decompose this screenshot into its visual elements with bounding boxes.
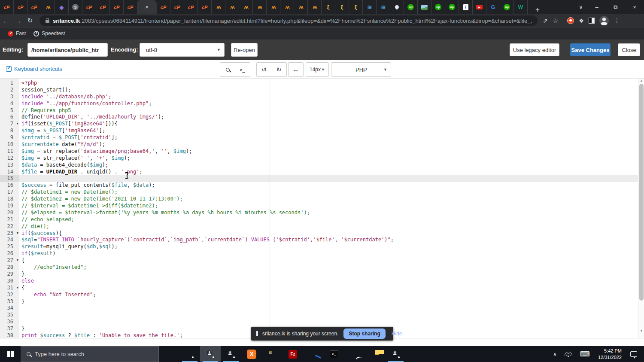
browser-tab[interactable]: ◆ bbox=[55, 0, 69, 14]
scroll-down-arrow-icon[interactable]: ▼ bbox=[638, 329, 644, 332]
code-line[interactable]: define('UPLOAD_DIR', '../media/hourly-im… bbox=[19, 114, 638, 121]
gutter-line-number[interactable]: 3 bbox=[0, 94, 19, 100]
browser-tab[interactable]: ≋ bbox=[377, 0, 390, 14]
gutter-line-number[interactable]: 23▼ bbox=[0, 230, 19, 237]
gutter-line-number[interactable]: 35 bbox=[0, 312, 19, 319]
gutter-line-number[interactable]: 20 bbox=[0, 210, 19, 216]
tab-search-chevron-icon[interactable]: ∨ bbox=[574, 0, 587, 14]
gutter-line-number[interactable]: 4 bbox=[0, 100, 19, 107]
fold-caret-icon[interactable]: ▼ bbox=[17, 286, 18, 289]
browser-tab-active[interactable]: × bbox=[137, 0, 157, 14]
editor-search-button[interactable] bbox=[220, 62, 235, 77]
code-line[interactable]: session_start(); bbox=[19, 87, 638, 94]
taskbar-clock[interactable]: 5:42 PM 12/31/2022 bbox=[598, 348, 622, 361]
scroll-up-arrow-icon[interactable]: ▲ bbox=[638, 79, 644, 82]
gutter-line-number[interactable]: 32 bbox=[0, 292, 19, 298]
stop-sharing-button[interactable]: Stop sharing bbox=[343, 329, 385, 339]
start-button[interactable] bbox=[0, 346, 21, 362]
gutter-line-number[interactable]: 15 bbox=[0, 175, 19, 182]
code-line[interactable]: } bbox=[19, 271, 638, 278]
profile-avatar[interactable] bbox=[599, 16, 609, 25]
code-line[interactable]: //echo"Inserted"; bbox=[19, 264, 638, 271]
browser-tab[interactable]: cP bbox=[14, 0, 27, 14]
fold-caret-icon[interactable]: ▼ bbox=[17, 122, 18, 125]
taskbar-app-file-explorer[interactable] bbox=[365, 346, 386, 362]
code-line[interactable]: $file = UPLOAD_DIR . uniqid() . '.png'; bbox=[19, 169, 638, 176]
taskbar-search-box[interactable] bbox=[21, 346, 159, 362]
taskbar-app-terminal[interactable]: >_ bbox=[324, 346, 344, 362]
code-line[interactable]: if($result) bbox=[19, 250, 638, 257]
code-line[interactable]: // $interval = $datetime1->diff($datetim… bbox=[19, 203, 638, 210]
syntax-language-select[interactable]: PHP ▼ bbox=[331, 62, 391, 77]
gutter-line-number[interactable]: 10 bbox=[0, 141, 19, 148]
gutter-line-number[interactable]: 6 bbox=[0, 114, 19, 121]
code-line[interactable] bbox=[19, 175, 638, 182]
code-line[interactable]: else bbox=[19, 278, 638, 285]
browser-tab[interactable]: i bbox=[459, 0, 473, 14]
code-line[interactable]: include '../database/db.php'; bbox=[19, 94, 638, 100]
browser-tab[interactable]: ΛΛ bbox=[253, 0, 267, 14]
code-line[interactable]: // $elapsed = $interval->format('%y year… bbox=[19, 210, 638, 216]
browser-tab[interactable]: cP bbox=[0, 0, 14, 14]
fold-caret-icon[interactable]: ▼ bbox=[17, 259, 18, 262]
code-line[interactable]: include "../app/functions/controller.php… bbox=[19, 100, 638, 107]
gutter-line-number[interactable]: 19 bbox=[0, 203, 19, 210]
fold-caret-icon[interactable]: ▼ bbox=[17, 232, 18, 235]
gutter-line-number[interactable]: 8 bbox=[0, 128, 19, 134]
browser-tab[interactable]: ΛΛ bbox=[308, 0, 322, 14]
gutter-line-number[interactable]: 14 bbox=[0, 169, 19, 176]
bookmark-star-icon[interactable]: ☆ bbox=[553, 17, 559, 24]
gutter-line-number[interactable]: 21 bbox=[0, 216, 19, 223]
hide-sharing-banner-link[interactable]: Hide bbox=[392, 331, 402, 337]
close-tab-icon[interactable]: × bbox=[145, 4, 149, 10]
gutter-line-number[interactable]: 30 bbox=[0, 278, 19, 285]
browser-tab[interactable]: ▶ bbox=[473, 0, 486, 14]
code-line[interactable]: $img = $_POST['imgBase64']; bbox=[19, 128, 638, 134]
keyboard-shortcuts-link[interactable]: Keyboard shortcuts bbox=[6, 66, 62, 72]
word-wrap-button[interactable]: ↔ bbox=[288, 62, 304, 77]
taskbar-app-notes[interactable] bbox=[262, 346, 283, 362]
gutter-line-number[interactable]: 17 bbox=[0, 189, 19, 196]
browser-tab[interactable]: up bbox=[404, 0, 418, 14]
browser-tab[interactable]: ΛΛ bbox=[239, 0, 253, 14]
gutter-line-number[interactable]: 37 bbox=[0, 325, 19, 332]
gutter-line-number[interactable]: 11 bbox=[0, 148, 19, 155]
code-line[interactable]: $sql="INSERT INTO `hourly_capture`(`cont… bbox=[19, 237, 638, 243]
code-line[interactable] bbox=[19, 319, 638, 325]
reload-button[interactable]: ↻ bbox=[24, 17, 36, 24]
redo-button[interactable]: ↻ bbox=[271, 62, 287, 77]
dark-mode-extension-icon[interactable] bbox=[589, 18, 595, 24]
code-line[interactable]: // Requires php5 bbox=[19, 107, 638, 114]
browser-tab[interactable]: up bbox=[431, 0, 445, 14]
browser-tab[interactable]: ΛΛ bbox=[294, 0, 308, 14]
editor-terminal-button[interactable]: >_ bbox=[235, 62, 250, 77]
browser-tab[interactable]: ΛΛ bbox=[225, 0, 239, 14]
taskbar-app-media-app[interactable] bbox=[303, 346, 324, 362]
gutter-line-number[interactable]: 9 bbox=[0, 134, 19, 141]
gutter-line-number[interactable]: 28 bbox=[0, 264, 19, 271]
editor-scrollbar[interactable]: ▲ ▼ bbox=[638, 79, 644, 338]
code-line[interactable]: $img = str_replace('data:image/png;base6… bbox=[19, 148, 638, 155]
browser-tab[interactable]: up bbox=[445, 0, 459, 14]
taskbar-app-filezilla[interactable]: Fz bbox=[283, 346, 303, 362]
code-line[interactable] bbox=[19, 305, 638, 312]
taskbar-app-chrome-profile[interactable] bbox=[386, 346, 406, 362]
gutter-line-number[interactable]: 5 bbox=[0, 107, 19, 114]
bookmark-speedtest[interactable]: Speedtest bbox=[33, 30, 65, 37]
gutter-line-number[interactable]: 16 bbox=[0, 182, 19, 189]
browser-tab[interactable]: ξ bbox=[349, 0, 363, 14]
code-line[interactable]: $result=mysqli_query($db,$sql); bbox=[19, 243, 638, 250]
window-minimize-button[interactable]: – bbox=[587, 0, 606, 14]
code-line[interactable]: <?php bbox=[19, 80, 638, 87]
browser-tab[interactable]: S bbox=[69, 0, 82, 14]
browser-menu-icon[interactable]: ⋮ bbox=[614, 17, 620, 24]
code-line[interactable]: } bbox=[19, 298, 638, 305]
scrollbar-thumb[interactable] bbox=[639, 84, 644, 301]
gutter-line-number[interactable]: 36 bbox=[0, 319, 19, 325]
code-line[interactable]: echo "Not Inserted"; bbox=[19, 292, 638, 298]
notification-center-icon[interactable] bbox=[630, 351, 637, 357]
gutter-line-number[interactable]: 25 bbox=[0, 243, 19, 250]
gutter-line-number[interactable]: 31▼ bbox=[0, 285, 19, 292]
save-changes-button[interactable]: Save Changes bbox=[570, 43, 611, 56]
code-editor[interactable]: 1234567▼891011121314151617181920212223▼2… bbox=[0, 79, 644, 338]
